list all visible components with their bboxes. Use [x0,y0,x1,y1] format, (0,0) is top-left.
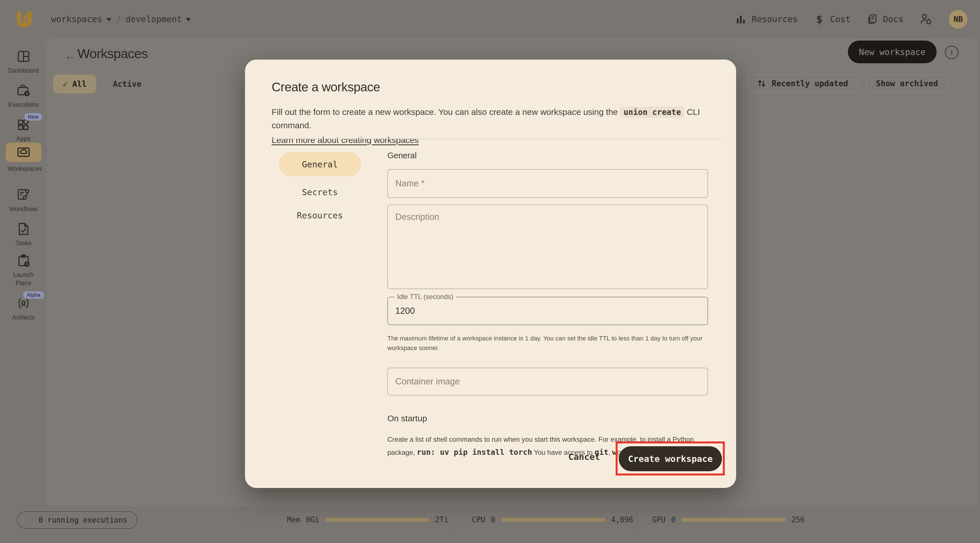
sidebar-label: Executions [8,101,39,109]
memory-gauge-current: 0Gi [306,516,319,524]
filter-all-chip[interactable]: ✓ All [53,75,96,93]
workflows-icon [16,188,31,202]
docs-button[interactable]: Docs [866,13,904,25]
create-workspace-button[interactable]: Create workspace [619,446,722,471]
name-input[interactable] [387,169,708,198]
create-workspace-modal: Create a workspace Fill out the form to … [245,60,736,488]
sidebar-item-artifacts[interactable]: Alpha Artifacts [0,296,47,322]
gpu-gauge-bar [681,518,786,522]
sidebar-label: Workflows [9,205,38,213]
cancel-button[interactable]: Cancel [568,452,600,462]
breadcrumb-project-dropdown[interactable]: workspaces [51,14,111,24]
sidebar-label: Dashboard [8,67,39,75]
sidebar-item-launch-plans[interactable]: Launch Plans [0,253,47,287]
tab-resources-label: Resources [297,210,343,220]
memory-gauge: Mem 0Gi 2Ti [287,514,448,525]
page-title: Workspaces [77,46,148,61]
container-image-input[interactable] [387,368,708,395]
sidebar-label: Apps [16,135,30,143]
gpu-gauge-label: GPU [652,516,665,524]
topbar-actions: Resources $ Cost Docs [735,0,967,38]
dollar-icon: $ [813,13,826,25]
gpu-gauge-max: 256 [791,516,805,524]
cost-button[interactable]: $ Cost [813,13,851,25]
gauge-divider [454,510,454,529]
memory-gauge-bar [325,518,429,522]
filter-active-chip[interactable]: Active [103,75,152,93]
gauge-divider [636,510,637,529]
breadcrumb-domain-label: development [126,14,182,24]
new-badge: New [24,113,42,121]
alpha-badge: Alpha [23,291,44,299]
cpu-gauge-bar [501,518,605,522]
filter-active-label: Active [113,80,142,89]
sidebar-item-workflows[interactable]: Workflows [0,188,47,213]
sidebar-item-tasks[interactable]: Tasks [0,221,47,247]
tasks-icon [16,221,31,236]
modal-description-text: Fill out the form to create a new worksp… [272,107,620,116]
idle-ttl-helper-text: The maximum lifetime of a workspace inst… [387,334,711,353]
tab-general-label: General [302,159,338,169]
description-input[interactable] [387,205,708,289]
cpu-gauge-label: CPU [472,516,485,524]
startup-text: , [608,449,612,456]
show-archived-label: Show archived [876,79,938,88]
learn-more-link[interactable]: Learn more about creating workspaces [272,134,419,147]
gpu-gauge: GPU 0 256 [652,514,805,525]
sidebar-item-apps[interactable]: New Apps [0,117,47,143]
launch-plans-icon [16,253,31,268]
memory-gauge-max: 2Ti [435,516,448,524]
tab-general[interactable]: General [279,152,361,177]
breadcrumb-project-label: workspaces [51,14,102,24]
sort-arrows-icon [757,79,767,88]
user-settings-icon[interactable] [919,12,934,27]
new-workspace-button[interactable]: New workspace [848,41,937,63]
gpu-gauge-current: 0 [671,516,676,524]
create-workspace-label: Create workspace [628,454,713,464]
sort-label: Recently updated [772,79,848,88]
resources-label: Resources [752,14,798,24]
tab-resources[interactable]: Resources [279,203,361,228]
cpu-gauge-current: 0 [491,516,495,524]
sidebar-item-executions[interactable]: Executions [0,83,47,109]
memory-gauge-label: Mem [287,516,300,524]
back-arrow-icon[interactable]: ← [64,49,76,62]
check-icon: ✓ [63,79,68,89]
top-bar: workspaces / development Resources [0,0,980,38]
resources-button[interactable]: Resources [735,13,798,25]
cost-label: Cost [830,14,851,24]
sort-button[interactable]: Recently updated [747,74,858,92]
modal-title: Create a workspace [272,80,380,94]
sidebar-label: Workspaces [8,165,39,173]
chevron-down-icon [186,18,191,21]
docs-icon [866,13,878,25]
cli-command-chip: union create [620,107,684,118]
breadcrumb-domain-dropdown[interactable]: development [126,14,191,24]
breadcrumb-separator: / [116,14,121,24]
avatar[interactable]: NB [949,10,967,29]
show-archived-button[interactable]: Show archived [866,74,948,92]
tab-secrets-label: Secrets [302,187,338,197]
info-icon[interactable]: i [945,46,958,59]
running-executions-pill[interactable]: 0 running executions [17,511,138,529]
tab-secrets[interactable]: Secrets [279,180,361,204]
divider [272,139,723,139]
breadcrumb: workspaces / development [51,0,191,38]
cpu-gauge-max: 4,096 [611,516,633,524]
sidebar-item-dashboard[interactable]: Dashboard [0,49,47,75]
bar-chart-icon [735,13,747,25]
list-controls: Recently updated Show archived [747,74,948,92]
form-section-heading: General [387,151,417,160]
status-dot-icon [27,518,32,522]
filter-all-label: All [72,80,87,89]
new-workspace-label: New workspace [859,47,926,57]
startup-code: run: uv pip install torch [417,447,532,457]
sidebar-label: Tasks [15,239,31,247]
sidebar-item-workspaces[interactable]: Workspaces [0,143,47,173]
filter-chips: ✓ All Active [53,75,152,93]
union-logo-icon[interactable] [15,8,34,30]
executions-icon [16,83,31,98]
idle-ttl-input[interactable] [388,297,708,325]
chevron-down-icon [107,18,111,21]
dashboard-icon [16,49,31,64]
